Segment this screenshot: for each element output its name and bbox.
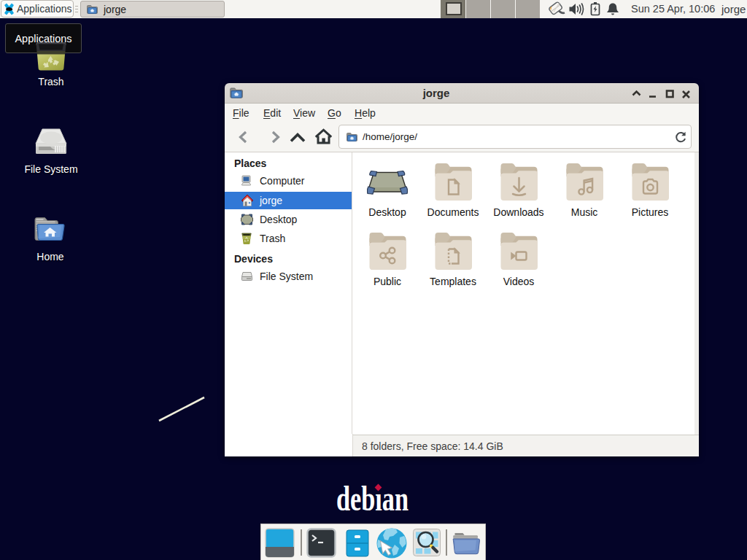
svg-text:debıan: debıan bbox=[336, 478, 409, 516]
